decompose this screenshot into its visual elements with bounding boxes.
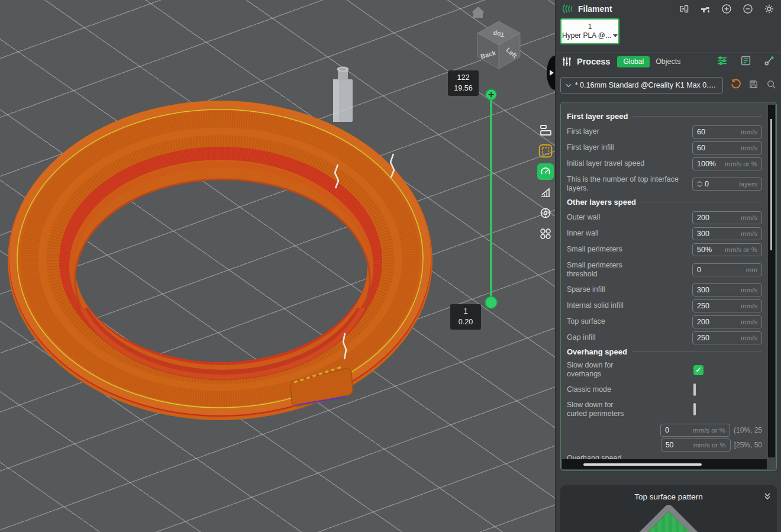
slicer-app: { "colors": { "accent_green": "#22b14c",… bbox=[0, 0, 781, 532]
setting-row: Top surface 200 mm/s bbox=[567, 315, 762, 328]
range-label: (10%, 25 bbox=[734, 426, 762, 434]
setting-label: Small perimeters bbox=[567, 245, 692, 254]
setting-input[interactable]: 250 mm/s bbox=[692, 299, 762, 312]
setting-input[interactable]: 250 mm/s bbox=[692, 331, 762, 344]
parameter-tooltip-card: Top surface pattern bbox=[560, 485, 777, 532]
setting-label: Slow down for overhangs bbox=[567, 361, 631, 379]
setting-row: This is the number of top interface laye… bbox=[567, 173, 762, 195]
setting-label: Slow down for curled perimeters bbox=[567, 401, 631, 419]
vertical-scrollbar[interactable] bbox=[768, 105, 775, 457]
tooltip-title: Top surface pattern bbox=[560, 492, 777, 501]
setting-label: Top surface bbox=[567, 317, 692, 326]
filament-slot-number: 1 bbox=[588, 22, 592, 31]
setting-row: 0 mm/s or % (10%, 25 bbox=[567, 424, 762, 437]
layer-slider-bottom-label: 1 0.20 bbox=[450, 304, 481, 330]
sync-device-icon[interactable] bbox=[678, 3, 690, 15]
section-first-layer-speed: First layer speed bbox=[567, 112, 762, 121]
setting-row: Small perimeters threshold 0 mm bbox=[567, 259, 762, 280]
setting-input[interactable]: 0 mm bbox=[692, 263, 762, 276]
section-overhang-speed: Overhang speed bbox=[567, 347, 762, 356]
setting-row: Slow down for curled perimeters bbox=[567, 401, 762, 419]
right-panel: Filament bbox=[555, 0, 781, 532]
setting-row: First layer infill 60 mm/s bbox=[567, 141, 762, 154]
viewport-3d[interactable]: Top Back Left 122 19.56 1 0.20 bbox=[0, 0, 555, 532]
save-icon[interactable] bbox=[748, 79, 759, 92]
preset-actions bbox=[730, 79, 776, 92]
checkbox-unchecked-icon[interactable] bbox=[693, 383, 696, 396]
cooling-settings-icon[interactable] bbox=[537, 205, 554, 221]
setting-label: Outer wall bbox=[567, 213, 692, 222]
filament-header-icons bbox=[678, 3, 775, 15]
process-category-toolbar bbox=[537, 122, 554, 242]
filament-selected-name: Hyper PLA @... bbox=[562, 31, 611, 40]
process-title: Process bbox=[577, 57, 610, 66]
home-icon[interactable] bbox=[472, 7, 485, 18]
tab-global[interactable]: Global bbox=[617, 56, 650, 67]
process-header: Process Global Objects bbox=[556, 52, 781, 70]
parameter-table-icon[interactable] bbox=[740, 55, 751, 69]
setting-label: Inner wall bbox=[567, 229, 692, 238]
setting-row: Classic mode bbox=[567, 385, 762, 395]
setting-input[interactable]: 60 mm/s bbox=[692, 125, 762, 138]
setting-input[interactable]: 60 mm/s bbox=[692, 141, 762, 154]
filament-selector[interactable]: 1 Hyper PLA @... bbox=[560, 18, 619, 44]
setting-row: 50 mm/s or % [25%, 50 bbox=[567, 439, 762, 452]
filament-spool-icon bbox=[561, 3, 573, 15]
chevron-double-down-icon[interactable] bbox=[764, 492, 771, 503]
setting-row: Outer wall 200 mm/s bbox=[567, 211, 762, 224]
others-settings-icon[interactable] bbox=[537, 225, 554, 242]
filament-settings-icon[interactable] bbox=[763, 3, 775, 15]
setting-spinner-input[interactable]: 0 layers bbox=[692, 178, 762, 191]
quality-settings-icon[interactable] bbox=[537, 122, 554, 138]
vertical-scrollbar-thumb[interactable] bbox=[770, 119, 772, 250]
process-header-icons bbox=[717, 55, 775, 69]
setting-input[interactable]: 0 mm/s or % bbox=[660, 424, 730, 437]
setting-row: Initial layer travel speed 100% mm/s or … bbox=[567, 157, 762, 170]
checkbox-unchecked-icon[interactable] bbox=[693, 403, 696, 415]
tab-objects[interactable]: Objects bbox=[656, 57, 680, 66]
chevron-down-icon bbox=[613, 34, 618, 37]
setting-label: Small perimeters threshold bbox=[567, 261, 631, 279]
layer-slider[interactable] bbox=[485, 89, 497, 308]
revert-icon[interactable] bbox=[730, 79, 741, 92]
cube-face-top: Top bbox=[492, 30, 505, 38]
setting-input[interactable]: 100% mm/s or % bbox=[692, 157, 762, 170]
setting-input[interactable]: 50% mm/s or % bbox=[692, 243, 762, 256]
filament-header: Filament bbox=[556, 0, 781, 18]
setting-label: Gap infill bbox=[567, 333, 692, 342]
speed-settings-icon[interactable] bbox=[537, 163, 554, 180]
horizontal-scrollbar[interactable] bbox=[562, 459, 767, 469]
setting-input[interactable]: 300 mm/s bbox=[692, 283, 762, 296]
setting-label: Classic mode bbox=[567, 385, 692, 394]
setting-label: First layer infill bbox=[567, 143, 692, 152]
preset-dropdown[interactable]: * 0.16mm Standard @Creality K1 Max 0.4 .… bbox=[560, 77, 723, 93]
section-title: First layer speed bbox=[567, 112, 628, 121]
setting-row: Internal solid infill 250 mm/s bbox=[567, 299, 762, 312]
spinner-arrows-icon[interactable] bbox=[697, 180, 702, 188]
setting-row: First layer 60 mm/s bbox=[567, 125, 762, 138]
add-filament-icon[interactable] bbox=[721, 3, 732, 15]
checkbox-checked-icon[interactable]: ✓ bbox=[693, 365, 703, 375]
support-settings-icon[interactable] bbox=[537, 184, 554, 201]
setting-row: Sparse infill 300 mm/s bbox=[567, 283, 762, 296]
horizontal-scrollbar-thumb[interactable] bbox=[583, 463, 702, 466]
parameter-sliders-icon[interactable] bbox=[717, 55, 728, 69]
setting-input[interactable]: 200 mm/s bbox=[692, 211, 762, 224]
process-icon bbox=[561, 56, 572, 67]
setting-row: Small perimeters 50% mm/s or % bbox=[567, 243, 762, 256]
plate-settings-icon[interactable] bbox=[537, 143, 554, 159]
setting-input[interactable]: 300 mm/s bbox=[692, 227, 762, 240]
setting-input[interactable]: 200 mm/s bbox=[692, 315, 762, 328]
compare-presets-icon[interactable] bbox=[764, 55, 775, 69]
nav-cube[interactable]: Top Back Left bbox=[477, 21, 520, 69]
range-label: [25%, 50 bbox=[734, 441, 762, 449]
setting-label: First layer bbox=[567, 127, 692, 136]
remove-filament-icon[interactable] bbox=[742, 3, 754, 15]
setting-label: This is the number of top interface laye… bbox=[567, 175, 692, 194]
setting-input[interactable]: 50 mm/s or % bbox=[661, 439, 731, 452]
dry-filament-icon[interactable] bbox=[699, 3, 711, 15]
search-icon[interactable] bbox=[766, 79, 776, 92]
setting-row: Gap infill 250 mm/s bbox=[567, 331, 762, 344]
setting-label: Internal solid infill bbox=[567, 301, 692, 310]
unsliced-object bbox=[333, 67, 353, 122]
